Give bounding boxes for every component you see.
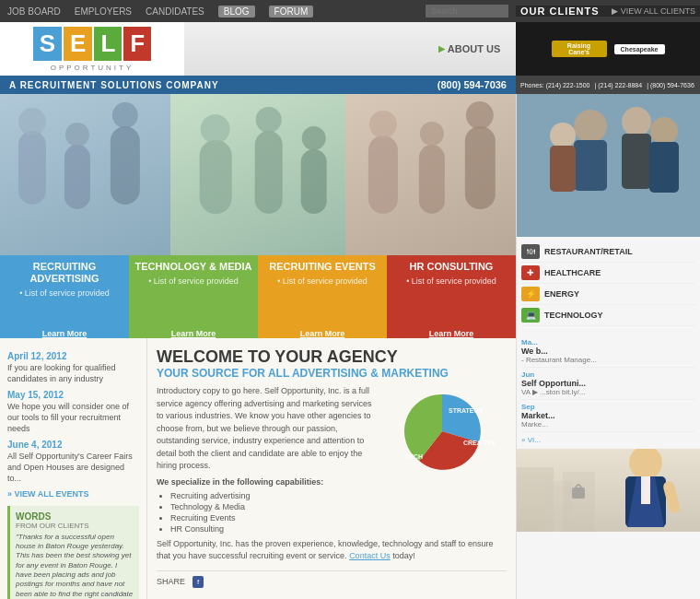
cat-restaurant-label: RESTAURANT/RETAIL xyxy=(544,247,633,256)
recruit-banner: A RECRUITMENT SOLUTIONS COMPANY (800) 59… xyxy=(0,76,516,94)
view-all-clients[interactable]: ▶ VIEW ALL CLIENTS xyxy=(612,6,695,16)
restaurant-icon: 🍽 xyxy=(521,244,540,259)
welcome-title: WELCOME TO YOUR AGENCY xyxy=(157,347,507,367)
svg-point-9 xyxy=(255,107,281,133)
main-wrapper: A RECRUITMENT SOLUTIONS COMPANY (800) 59… xyxy=(0,76,700,599)
service-recruiting: RECRUITING ADVERTISING • List of service… xyxy=(0,255,129,338)
svc-tech-title: TECHNOLOGY & MEDIA xyxy=(135,261,252,273)
logo-l: L xyxy=(94,27,122,61)
cat-healthcare[interactable]: ✚ HEALTHCARE xyxy=(521,263,695,284)
svc-events-learn[interactable]: Learn More xyxy=(300,329,345,338)
logo-nav-row: S E L F OPPORTUNITY RaisingCane's Chesap… xyxy=(0,22,700,76)
cap-1: Recruiting advertising xyxy=(170,491,507,500)
svg-text:TECH: TECH xyxy=(405,453,423,460)
svg-text:CREATIVE: CREATIVE xyxy=(463,440,496,446)
cat-energy-label: ENERGY xyxy=(544,289,579,299)
figure-area xyxy=(517,449,700,532)
our-clients-label: OUR CLIENTS xyxy=(520,6,600,17)
top-nav-right: OUR CLIENTS ▶ VIEW ALL CLIENTS xyxy=(516,6,700,17)
job-2-title[interactable]: Self Opportuni... xyxy=(521,379,695,388)
client-canes: RaisingCane's xyxy=(552,41,607,57)
svg-rect-14 xyxy=(419,145,445,214)
cat-energy[interactable]: ⚡ ENERGY xyxy=(521,284,695,305)
nav-forum[interactable]: FORUM xyxy=(269,6,314,18)
capabilities-list: Recruiting advertising Technology & Medi… xyxy=(170,491,507,534)
cap-4: HR Consulting xyxy=(170,524,507,534)
job-3-title[interactable]: Market... xyxy=(521,411,695,420)
job-3-company: Marke... xyxy=(521,420,695,429)
event-3-text: All Self Opportunity's Career Fairs and … xyxy=(7,452,139,484)
nav-about[interactable]: ▶ ABOUT US xyxy=(429,39,509,59)
svg-rect-10 xyxy=(300,149,326,214)
logo-tagline: OPPORTUNITY xyxy=(51,64,134,72)
nav-blog[interactable]: BLOG xyxy=(218,6,255,18)
svg-rect-39 xyxy=(563,472,595,532)
svg-point-5 xyxy=(112,102,138,128)
chart-area: STRATEGY CREATIVE TECH xyxy=(382,385,502,477)
svg-rect-16 xyxy=(465,126,496,209)
svc-recruiting-list: • List of service provided xyxy=(19,288,110,298)
svc-tech-learn[interactable]: Learn More xyxy=(171,329,216,338)
service-events: RECRUITING EVENTS • List of service prov… xyxy=(258,255,387,338)
nav-job-board[interactable]: JOB BOARD xyxy=(7,6,61,17)
left-sidebar: April 12, 2012 If you are looking for qu… xyxy=(0,338,147,599)
svc-events-title: RECRUITING EVENTS xyxy=(269,261,376,273)
job-1-company: - Restaurant Manage... xyxy=(521,356,695,364)
welcome-subtitle: YOUR SOURCE FOR ALL ADVERTISING & MARKET… xyxy=(157,367,507,380)
top-nav-bar: JOB BOARD EMPLOYERS CANDIDATES BLOG FORU… xyxy=(0,0,700,22)
service-tech: TECHNOLOGY & MEDIA • List of service pro… xyxy=(129,255,258,338)
svc-hr-list: • List of service provided xyxy=(406,276,496,286)
person-figure-svg xyxy=(517,449,700,532)
right-panel: 🍽 RESTAURANT/RETAIL ✚ HEALTHCARE ⚡ ENERG… xyxy=(516,76,700,599)
svg-point-1 xyxy=(18,108,46,135)
banner-phone: (800) 594-7036 xyxy=(438,79,507,90)
view-all-events[interactable]: » VIEW ALL EVENTS xyxy=(7,489,139,499)
svg-point-17 xyxy=(466,101,494,129)
right-photo-svg xyxy=(517,76,700,237)
phone-2: | (214) 222-8884 xyxy=(595,82,643,88)
svc-hr-learn[interactable]: Learn More xyxy=(429,329,474,338)
tech-icon: 💻 xyxy=(521,308,540,323)
svg-point-31 xyxy=(629,449,662,479)
phones-row: Phones: (214) 222-1500 | (214) 222-8884 … xyxy=(516,76,700,94)
recruit-text: A RECRUITMENT SOLUTIONS COMPANY xyxy=(9,80,219,90)
job-3-date: Sep xyxy=(521,403,695,411)
words-header: WORDS xyxy=(16,511,134,522)
specialties-label: We specialize in the following capabilit… xyxy=(157,477,507,487)
share-label: SHARE xyxy=(157,577,185,586)
contact-us-link[interactable]: Contact Us xyxy=(349,551,391,560)
about-arrow-icon: ▶ xyxy=(438,44,445,53)
search-input[interactable] xyxy=(426,5,508,18)
svg-point-7 xyxy=(200,114,229,144)
job-item-2: Jun Self Opportuni... VA ▶ ...ston bit.l… xyxy=(521,368,695,400)
job-1-title[interactable]: We b... xyxy=(521,346,695,356)
svc-recruiting-learn[interactable]: Learn More xyxy=(42,329,88,338)
cap-3: Recruiting Events xyxy=(170,513,507,523)
cat-healthcare-label: HEALTHCARE xyxy=(544,268,601,277)
hero-people-1 xyxy=(0,94,170,255)
cat-restaurant[interactable]: 🍽 RESTAURANT/RETAIL xyxy=(521,241,695,263)
right-photo xyxy=(517,76,700,237)
job-item-1: Ma... We b... - Restaurant Manage... xyxy=(521,335,695,368)
svg-rect-0 xyxy=(18,131,46,205)
chesapeake-logo: Chesapeake xyxy=(614,44,665,54)
view-all-jobs[interactable]: » VI... xyxy=(521,436,695,444)
svg-point-3 xyxy=(65,123,89,147)
svg-rect-40 xyxy=(572,487,585,499)
event-2-date: May 15, 2012 xyxy=(7,390,139,400)
logo-letters: S E L F xyxy=(33,27,151,61)
logo-e: E xyxy=(64,27,92,61)
cat-tech[interactable]: 💻 TECHNOLOGY xyxy=(521,305,695,326)
job-item-3: Sep Market... Marke... xyxy=(521,400,695,432)
job-listings: Ma... We b... - Restaurant Manage... Jun… xyxy=(517,331,700,449)
hero-people-3 xyxy=(345,94,516,255)
testimonial-box: WORDS FROM OUR CLIENTS "Thanks for a suc… xyxy=(7,506,139,600)
facebook-share-icon[interactable]: f xyxy=(192,576,204,588)
nav-candidates[interactable]: CANDIDATES xyxy=(146,6,204,17)
nav-employers[interactable]: EMPLOYERS xyxy=(75,6,132,17)
hero-col-3 xyxy=(345,94,516,255)
welcome-outro: Self Opportunity, Inc. has the proven ex… xyxy=(157,538,507,563)
hero-col-2 xyxy=(170,94,345,255)
hero-collage xyxy=(0,94,516,255)
services-strip: RECRUITING ADVERTISING • List of service… xyxy=(0,255,516,338)
